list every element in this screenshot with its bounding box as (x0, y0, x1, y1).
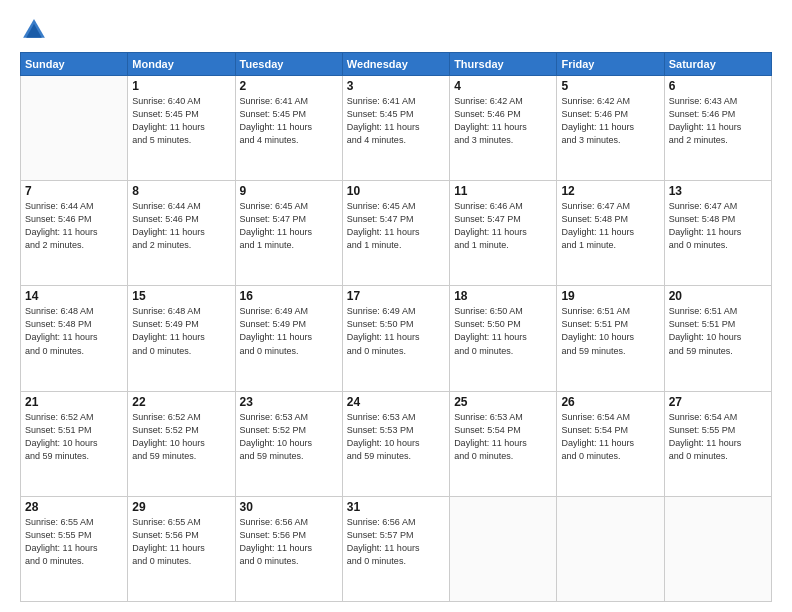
logo-icon (20, 16, 48, 44)
calendar-cell: 26Sunrise: 6:54 AMSunset: 5:54 PMDayligh… (557, 391, 664, 496)
calendar-cell: 20Sunrise: 6:51 AMSunset: 5:51 PMDayligh… (664, 286, 771, 391)
day-info: Sunrise: 6:44 AMSunset: 5:46 PMDaylight:… (25, 200, 123, 252)
calendar-cell: 18Sunrise: 6:50 AMSunset: 5:50 PMDayligh… (450, 286, 557, 391)
logo (20, 16, 52, 44)
calendar-cell (450, 496, 557, 601)
weekday-header-sunday: Sunday (21, 53, 128, 76)
day-info: Sunrise: 6:45 AMSunset: 5:47 PMDaylight:… (240, 200, 338, 252)
header (20, 16, 772, 44)
calendar-cell: 7Sunrise: 6:44 AMSunset: 5:46 PMDaylight… (21, 181, 128, 286)
calendar-cell: 21Sunrise: 6:52 AMSunset: 5:51 PMDayligh… (21, 391, 128, 496)
day-number: 30 (240, 500, 338, 514)
day-info: Sunrise: 6:47 AMSunset: 5:48 PMDaylight:… (669, 200, 767, 252)
day-info: Sunrise: 6:40 AMSunset: 5:45 PMDaylight:… (132, 95, 230, 147)
day-number: 19 (561, 289, 659, 303)
day-number: 17 (347, 289, 445, 303)
calendar-cell: 24Sunrise: 6:53 AMSunset: 5:53 PMDayligh… (342, 391, 449, 496)
day-info: Sunrise: 6:55 AMSunset: 5:55 PMDaylight:… (25, 516, 123, 568)
day-info: Sunrise: 6:47 AMSunset: 5:48 PMDaylight:… (561, 200, 659, 252)
day-info: Sunrise: 6:53 AMSunset: 5:52 PMDaylight:… (240, 411, 338, 463)
day-number: 25 (454, 395, 552, 409)
day-info: Sunrise: 6:49 AMSunset: 5:49 PMDaylight:… (240, 305, 338, 357)
calendar-cell: 8Sunrise: 6:44 AMSunset: 5:46 PMDaylight… (128, 181, 235, 286)
calendar-cell: 10Sunrise: 6:45 AMSunset: 5:47 PMDayligh… (342, 181, 449, 286)
day-info: Sunrise: 6:52 AMSunset: 5:51 PMDaylight:… (25, 411, 123, 463)
calendar-cell: 28Sunrise: 6:55 AMSunset: 5:55 PMDayligh… (21, 496, 128, 601)
calendar-cell: 1Sunrise: 6:40 AMSunset: 5:45 PMDaylight… (128, 76, 235, 181)
weekday-header-saturday: Saturday (664, 53, 771, 76)
day-info: Sunrise: 6:53 AMSunset: 5:53 PMDaylight:… (347, 411, 445, 463)
calendar-cell: 16Sunrise: 6:49 AMSunset: 5:49 PMDayligh… (235, 286, 342, 391)
day-number: 2 (240, 79, 338, 93)
day-number: 24 (347, 395, 445, 409)
day-info: Sunrise: 6:51 AMSunset: 5:51 PMDaylight:… (669, 305, 767, 357)
calendar-cell: 23Sunrise: 6:53 AMSunset: 5:52 PMDayligh… (235, 391, 342, 496)
day-number: 29 (132, 500, 230, 514)
day-number: 23 (240, 395, 338, 409)
day-info: Sunrise: 6:42 AMSunset: 5:46 PMDaylight:… (561, 95, 659, 147)
calendar-cell: 30Sunrise: 6:56 AMSunset: 5:56 PMDayligh… (235, 496, 342, 601)
day-info: Sunrise: 6:48 AMSunset: 5:49 PMDaylight:… (132, 305, 230, 357)
week-row-3: 14Sunrise: 6:48 AMSunset: 5:48 PMDayligh… (21, 286, 772, 391)
day-number: 14 (25, 289, 123, 303)
weekday-header-thursday: Thursday (450, 53, 557, 76)
day-info: Sunrise: 6:54 AMSunset: 5:55 PMDaylight:… (669, 411, 767, 463)
weekday-header-wednesday: Wednesday (342, 53, 449, 76)
calendar-body: 1Sunrise: 6:40 AMSunset: 5:45 PMDaylight… (21, 76, 772, 602)
day-info: Sunrise: 6:54 AMSunset: 5:54 PMDaylight:… (561, 411, 659, 463)
calendar-cell: 31Sunrise: 6:56 AMSunset: 5:57 PMDayligh… (342, 496, 449, 601)
weekday-header-friday: Friday (557, 53, 664, 76)
day-info: Sunrise: 6:53 AMSunset: 5:54 PMDaylight:… (454, 411, 552, 463)
calendar-cell: 22Sunrise: 6:52 AMSunset: 5:52 PMDayligh… (128, 391, 235, 496)
day-number: 28 (25, 500, 123, 514)
day-number: 13 (669, 184, 767, 198)
day-number: 4 (454, 79, 552, 93)
calendar-cell: 4Sunrise: 6:42 AMSunset: 5:46 PMDaylight… (450, 76, 557, 181)
calendar-cell: 29Sunrise: 6:55 AMSunset: 5:56 PMDayligh… (128, 496, 235, 601)
day-number: 26 (561, 395, 659, 409)
day-number: 10 (347, 184, 445, 198)
calendar-cell: 13Sunrise: 6:47 AMSunset: 5:48 PMDayligh… (664, 181, 771, 286)
calendar-cell: 2Sunrise: 6:41 AMSunset: 5:45 PMDaylight… (235, 76, 342, 181)
day-number: 3 (347, 79, 445, 93)
day-number: 6 (669, 79, 767, 93)
week-row-4: 21Sunrise: 6:52 AMSunset: 5:51 PMDayligh… (21, 391, 772, 496)
day-info: Sunrise: 6:44 AMSunset: 5:46 PMDaylight:… (132, 200, 230, 252)
week-row-2: 7Sunrise: 6:44 AMSunset: 5:46 PMDaylight… (21, 181, 772, 286)
day-number: 22 (132, 395, 230, 409)
day-number: 9 (240, 184, 338, 198)
calendar-cell: 11Sunrise: 6:46 AMSunset: 5:47 PMDayligh… (450, 181, 557, 286)
day-info: Sunrise: 6:46 AMSunset: 5:47 PMDaylight:… (454, 200, 552, 252)
day-number: 18 (454, 289, 552, 303)
calendar-table: SundayMondayTuesdayWednesdayThursdayFrid… (20, 52, 772, 602)
calendar-cell: 15Sunrise: 6:48 AMSunset: 5:49 PMDayligh… (128, 286, 235, 391)
day-number: 15 (132, 289, 230, 303)
calendar-cell (557, 496, 664, 601)
day-number: 21 (25, 395, 123, 409)
day-info: Sunrise: 6:56 AMSunset: 5:56 PMDaylight:… (240, 516, 338, 568)
day-info: Sunrise: 6:51 AMSunset: 5:51 PMDaylight:… (561, 305, 659, 357)
day-info: Sunrise: 6:50 AMSunset: 5:50 PMDaylight:… (454, 305, 552, 357)
calendar-cell: 5Sunrise: 6:42 AMSunset: 5:46 PMDaylight… (557, 76, 664, 181)
day-info: Sunrise: 6:56 AMSunset: 5:57 PMDaylight:… (347, 516, 445, 568)
day-info: Sunrise: 6:55 AMSunset: 5:56 PMDaylight:… (132, 516, 230, 568)
calendar-cell: 17Sunrise: 6:49 AMSunset: 5:50 PMDayligh… (342, 286, 449, 391)
calendar-cell: 9Sunrise: 6:45 AMSunset: 5:47 PMDaylight… (235, 181, 342, 286)
day-info: Sunrise: 6:41 AMSunset: 5:45 PMDaylight:… (240, 95, 338, 147)
day-number: 7 (25, 184, 123, 198)
calendar-cell (664, 496, 771, 601)
day-info: Sunrise: 6:42 AMSunset: 5:46 PMDaylight:… (454, 95, 552, 147)
weekday-header-tuesday: Tuesday (235, 53, 342, 76)
day-info: Sunrise: 6:43 AMSunset: 5:46 PMDaylight:… (669, 95, 767, 147)
day-number: 12 (561, 184, 659, 198)
day-info: Sunrise: 6:52 AMSunset: 5:52 PMDaylight:… (132, 411, 230, 463)
calendar-cell: 19Sunrise: 6:51 AMSunset: 5:51 PMDayligh… (557, 286, 664, 391)
calendar-cell: 6Sunrise: 6:43 AMSunset: 5:46 PMDaylight… (664, 76, 771, 181)
calendar-cell (21, 76, 128, 181)
calendar-cell: 27Sunrise: 6:54 AMSunset: 5:55 PMDayligh… (664, 391, 771, 496)
calendar-cell: 14Sunrise: 6:48 AMSunset: 5:48 PMDayligh… (21, 286, 128, 391)
day-info: Sunrise: 6:41 AMSunset: 5:45 PMDaylight:… (347, 95, 445, 147)
calendar-cell: 25Sunrise: 6:53 AMSunset: 5:54 PMDayligh… (450, 391, 557, 496)
day-number: 8 (132, 184, 230, 198)
weekday-header-row: SundayMondayTuesdayWednesdayThursdayFrid… (21, 53, 772, 76)
